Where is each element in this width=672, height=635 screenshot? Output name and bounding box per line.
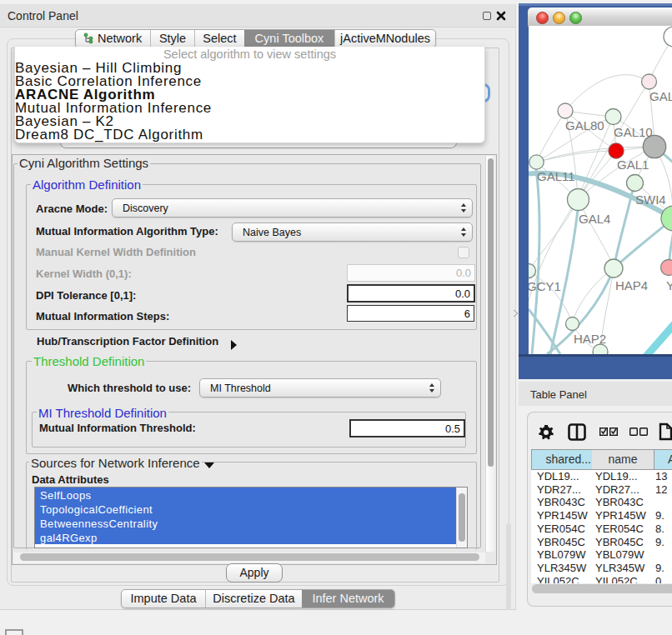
svg-text:HAP4: HAP4 (615, 278, 648, 292)
svg-text:Y: Y (666, 278, 672, 292)
svg-text:GAL11: GAL11 (537, 169, 575, 183)
svg-text:GAL4: GAL4 (579, 212, 610, 226)
svg-text:GCY1: GCY1 (529, 279, 561, 293)
svg-text:GAL: GAL (649, 89, 672, 103)
svg-text:GAL80: GAL80 (565, 118, 604, 132)
svg-text:GAL1: GAL1 (617, 158, 649, 172)
svg-text:HAP2: HAP2 (574, 332, 606, 346)
svg-text:GAL10: GAL10 (614, 125, 653, 139)
svg-text:SWI4: SWI4 (635, 192, 666, 207)
